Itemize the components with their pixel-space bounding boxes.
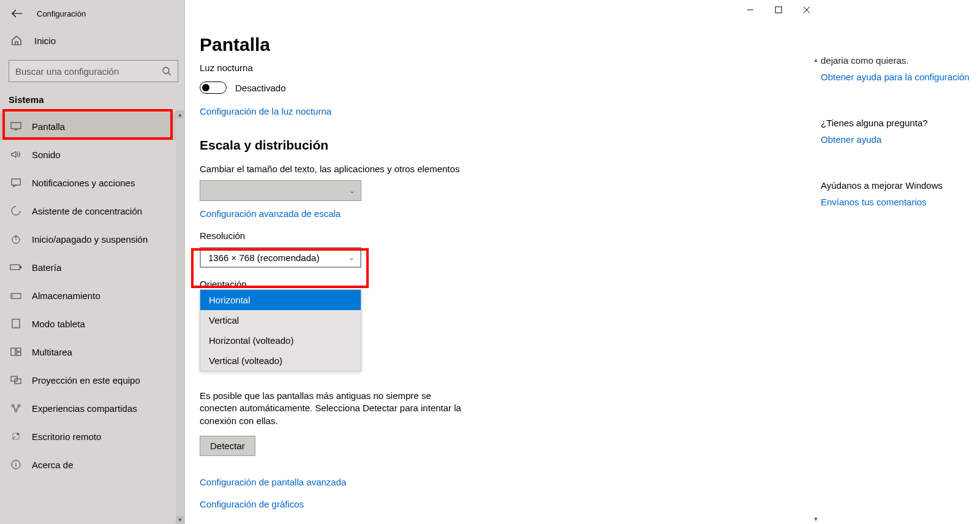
sidebar-item-inicio-apagado[interactable]: Inicio/apagado y suspensión [0, 225, 184, 253]
close-icon [803, 6, 810, 13]
sidebar-item-label: Sonido [32, 150, 61, 160]
advanced-display-link[interactable]: Configuración de pantalla avanzada [200, 477, 346, 487]
home-label: Inicio [34, 36, 56, 46]
sidebar: Configuración Inicio Sistema Pantalla So… [0, 0, 185, 524]
resolution-value: 1366 × 768 (recomendada) [208, 253, 319, 263]
sidebar-item-label: Asistente de concentración [32, 206, 142, 216]
search-input[interactable] [15, 66, 162, 77]
page-title: Pantalla [200, 34, 647, 55]
sidebar-item-modo-tableta[interactable]: Modo tableta [0, 309, 184, 338]
sidebar-item-label: Batería [32, 262, 61, 273]
svg-rect-11 [17, 348, 21, 351]
orientation-dropdown-open[interactable]: Horizontal Vertical Horizontal (volteado… [200, 289, 361, 371]
orientation-option-vertical[interactable]: Vertical [200, 310, 361, 330]
sidebar-item-multitarea[interactable]: Multitarea [0, 338, 184, 366]
back-button[interactable] [11, 7, 23, 20]
chevron-down-icon: ⌄ [349, 188, 355, 194]
night-light-label: Luz nocturna [200, 63, 647, 73]
sidebar-item-experiencias[interactable]: Experiencias compartidas [0, 394, 184, 422]
sidebar-item-label: Escritorio remoto [32, 431, 101, 442]
svg-rect-10 [11, 348, 15, 355]
multitask-icon [10, 347, 22, 356]
question-title: ¿Tienes alguna pregunta? [821, 118, 980, 128]
svg-point-7 [12, 295, 13, 297]
svg-rect-4 [10, 265, 20, 270]
svg-point-9 [15, 326, 17, 327]
send-feedback-link[interactable]: Envíanos tus comentarios [821, 197, 980, 207]
sidebar-item-acerca-de[interactable]: Acerca de [0, 450, 184, 479]
close-button[interactable] [793, 0, 821, 20]
svg-point-0 [163, 67, 169, 74]
focus-icon [10, 205, 22, 216]
sound-icon [10, 150, 22, 159]
sidebar-item-home[interactable]: Inicio [0, 27, 184, 54]
maximize-button[interactable] [764, 0, 793, 20]
sidebar-item-sonido[interactable]: Sonido [0, 140, 184, 169]
minimize-icon [747, 6, 754, 13]
chevron-down-icon: ⌄ [348, 254, 355, 261]
sidebar-item-label: Modo tableta [32, 319, 85, 329]
shared-icon [10, 403, 22, 413]
notifications-icon [10, 178, 22, 188]
night-light-settings-link[interactable]: Configuración de la luz nocturna [200, 106, 331, 116]
night-light-toggle[interactable] [200, 82, 227, 94]
scroll-up-icon[interactable]: ▲ [176, 110, 184, 119]
arrow-left-icon [12, 9, 23, 18]
tablet-icon [10, 319, 22, 328]
info-icon [10, 460, 22, 469]
aside-panel: dejaria como quieras. Obtener ayuda para… [821, 0, 980, 524]
sidebar-section-title: Sistema [9, 94, 184, 105]
orientation-label: Orientación [200, 279, 647, 289]
sidebar-scrollbar[interactable]: ▲ ▼ [176, 110, 184, 524]
storage-icon [10, 291, 22, 300]
text-size-label: Cambiar el tamaño del texto, las aplicac… [200, 164, 647, 174]
resolution-label: Resolución [200, 230, 647, 241]
svg-rect-5 [20, 266, 21, 268]
svg-rect-20 [775, 7, 782, 13]
orientation-option-vertical-volteado[interactable]: Vertical (volteado) [200, 351, 361, 371]
sidebar-item-proyeccion[interactable]: Proyección en este equipo [0, 366, 184, 394]
detect-note: Es posible que las pantallas más antigua… [200, 390, 463, 427]
advanced-scale-link[interactable]: Configuración avanzada de escala [200, 208, 341, 219]
main-content: Pantalla Luz nocturna Desactivado Config… [185, 0, 821, 524]
partial-text: dejaria como quieras. [821, 55, 980, 66]
graphics-settings-link[interactable]: Configuración de gráficos [200, 499, 304, 509]
scale-section-header: Escala y distribución [200, 138, 647, 153]
window-controls [736, 0, 821, 20]
night-light-state: Desactivado [235, 83, 286, 93]
toggle-knob [202, 84, 209, 91]
sidebar-item-bateria[interactable]: Batería [0, 253, 184, 281]
svg-rect-1 [11, 123, 21, 129]
sidebar-item-notificaciones[interactable]: Notificaciones y acciones [0, 169, 184, 197]
improve-title: Ayúdanos a mejorar Windows [821, 180, 980, 191]
text-size-dropdown[interactable]: ⌄ [200, 180, 361, 201]
scroll-down-icon[interactable]: ▼ [176, 515, 184, 524]
detect-button[interactable]: Detectar [200, 436, 255, 456]
power-icon [10, 234, 22, 244]
help-config-link[interactable]: Obtener ayuda para la configuración [821, 72, 980, 82]
sidebar-item-pantalla[interactable]: Pantalla [0, 112, 184, 140]
sidebar-item-label: Inicio/apagado y suspensión [32, 234, 148, 245]
home-icon [11, 35, 22, 46]
minimize-button[interactable] [736, 0, 764, 20]
svg-rect-12 [17, 352, 21, 355]
sidebar-item-concentracion[interactable]: Asistente de concentración [0, 197, 184, 225]
get-help-link[interactable]: Obtener ayuda [821, 134, 980, 145]
main-scrollbar[interactable]: ▲ ▼ [811, 55, 821, 524]
sidebar-item-escritorio-remoto[interactable]: Escritorio remoto [0, 422, 184, 450]
scroll-up-icon[interactable]: ▲ [811, 55, 821, 65]
sidebar-item-label: Almacenamiento [32, 290, 100, 301]
svg-point-19 [15, 462, 17, 463]
sidebar-item-almacenamiento[interactable]: Almacenamiento [0, 281, 184, 309]
display-icon [10, 122, 22, 131]
sidebar-list: Pantalla Sonido Notificaciones y accione… [0, 112, 184, 479]
remote-icon [10, 431, 22, 441]
sidebar-item-label: Proyección en este equipo [32, 375, 140, 385]
orientation-option-horizontal-volteado[interactable]: Horizontal (volteado) [200, 330, 361, 351]
scroll-down-icon[interactable]: ▼ [811, 514, 821, 524]
resolution-dropdown[interactable]: 1366 × 768 (recomendada) ⌄ [200, 247, 361, 268]
svg-rect-2 [12, 179, 20, 185]
search-input-container[interactable] [9, 60, 178, 82]
battery-icon [10, 264, 22, 271]
orientation-option-horizontal[interactable]: Horizontal [200, 290, 361, 310]
